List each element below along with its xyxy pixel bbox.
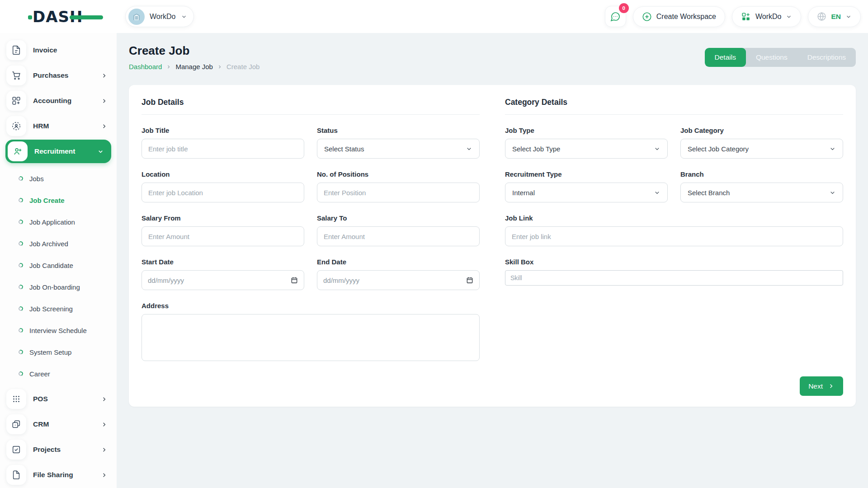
chat-bubble-icon [610, 11, 621, 22]
end-date-label: End Date [317, 258, 480, 266]
job-link-label: Job Link [505, 214, 843, 222]
sidebar-item-label: CRM [33, 420, 49, 428]
next-button[interactable]: Next [800, 376, 843, 396]
sidebar-subitem-system-setup[interactable]: System Setup [0, 341, 117, 363]
category-details-section: Category Details Job Type Select Job Typ… [505, 98, 843, 396]
sidebar-subitem-job-create[interactable]: Job Create [0, 189, 117, 211]
branch-select[interactable]: Select Branch [680, 183, 843, 202]
main-content: Create Job Dashboard Manage Job Create J… [117, 33, 868, 488]
bullet-icon [18, 284, 24, 290]
branch-label: Branch [680, 170, 843, 178]
top-bar: DASH WorkDo 0 [0, 0, 868, 33]
logo-dot [28, 15, 32, 19]
sidebar-item-pos[interactable]: POS [0, 386, 117, 412]
skill-input[interactable] [505, 270, 843, 286]
recruitment-icon [8, 141, 28, 161]
section-title: Job Details [142, 98, 480, 114]
address-textarea[interactable] [142, 314, 480, 361]
calendar-icon [291, 277, 298, 284]
location-input[interactable] [142, 183, 304, 202]
sidebar-subitem-job-onboarding[interactable]: Job On-boarding [0, 276, 117, 298]
sidebar-subitem-job-archived[interactable]: Job Archived [0, 233, 117, 254]
chevron-down-icon [654, 189, 660, 196]
logo-bar [70, 15, 103, 19]
create-workspace-button[interactable]: Create Workspace [633, 6, 725, 27]
chevron-down-icon [829, 189, 836, 196]
language-selector[interactable]: EN [808, 6, 861, 27]
sidebar-subitem-interview-schedule[interactable]: Interview Schedule [0, 319, 117, 341]
divider [142, 114, 480, 115]
bullet-icon [18, 349, 24, 355]
status-select[interactable]: Select Status [317, 139, 480, 159]
chevron-right-icon [101, 472, 108, 479]
workdo-grid-icon [741, 12, 751, 22]
breadcrumb-dashboard[interactable]: Dashboard [129, 63, 162, 70]
sidebar-subitem-job-application[interactable]: Job Application [0, 211, 117, 233]
section-title: Category Details [505, 98, 843, 114]
sidebar-item-label: Invoice [33, 46, 57, 54]
sidebar-item-purchases[interactable]: Purchases [0, 63, 117, 88]
app-logo: DASH [33, 7, 100, 27]
tab-details[interactable]: Details [705, 48, 746, 67]
sidebar-subitem-job-screening[interactable]: Job Screening [0, 298, 117, 319]
sidebar-item-crm[interactable]: CRM [0, 412, 117, 437]
page-header: Create Job Dashboard Manage Job Create J… [129, 44, 856, 70]
recruitment-type-label: Recruitment Type [505, 170, 668, 178]
projects-icon [6, 440, 26, 460]
chevron-right-icon [101, 98, 108, 104]
chevron-down-icon [181, 14, 187, 20]
messages-button[interactable]: 0 [605, 6, 626, 27]
sidebar: Invoice Purchases Accounting [0, 33, 117, 488]
sidebar-subitem-career[interactable]: Career [0, 363, 117, 385]
breadcrumb-current: Create Job [226, 63, 259, 70]
bullet-icon [18, 371, 24, 377]
bullet-icon [18, 197, 24, 203]
sidebar-item-projects[interactable]: Projects [0, 437, 117, 462]
page-title: Create Job [129, 44, 259, 58]
tab-descriptions[interactable]: Descriptions [797, 48, 856, 67]
status-label: Status [317, 127, 480, 134]
recruitment-type-select[interactable]: Internal [505, 183, 668, 202]
divider [505, 114, 843, 115]
chevron-down-icon [786, 14, 792, 20]
sidebar-item-file-sharing[interactable]: File Sharing [0, 462, 117, 488]
salary-to-input[interactable] [317, 226, 480, 246]
location-label: Location [142, 170, 304, 178]
sidebar-item-label: Accounting [33, 97, 71, 105]
create-workspace-label: Create Workspace [656, 13, 716, 21]
sidebar-item-accounting[interactable]: Accounting [0, 88, 117, 113]
positions-label: No. of Positions [317, 170, 480, 178]
job-type-select[interactable]: Select Job Type [505, 139, 668, 159]
sidebar-item-invoice[interactable]: Invoice [0, 38, 117, 63]
sidebar-subitem-job-candidate[interactable]: Job Candidate [0, 254, 117, 276]
tab-questions[interactable]: Questions [746, 48, 797, 67]
address-label: Address [142, 302, 480, 310]
end-date-input[interactable]: dd/mm/yyyy [317, 270, 480, 290]
sidebar-subitem-jobs[interactable]: Jobs [0, 168, 117, 189]
sidebar-item-recruitment[interactable]: Recruitment [5, 140, 111, 163]
chevron-right-icon [101, 421, 108, 428]
skill-box-label: Skill Box [505, 258, 843, 266]
messages-count-badge: 0 [619, 3, 629, 13]
job-title-input[interactable] [142, 139, 304, 159]
account-menu-label: WorkDo [755, 13, 782, 21]
workspace-switcher[interactable]: WorkDo [125, 6, 194, 27]
language-code: EN [831, 13, 841, 21]
hrm-icon [6, 116, 26, 136]
start-date-input[interactable]: dd/mm/yyyy [142, 270, 304, 290]
sidebar-item-label: POS [33, 395, 48, 403]
chevron-right-icon [101, 396, 108, 403]
job-link-input[interactable] [505, 226, 843, 246]
sidebar-item-hrm[interactable]: HRM [0, 113, 117, 139]
job-category-select[interactable]: Select Job Category [680, 139, 843, 159]
chevron-right-icon [101, 72, 108, 79]
salary-from-input[interactable] [142, 226, 304, 246]
positions-input[interactable] [317, 183, 480, 202]
topbar-actions: 0 Create Workspace WorkDo [605, 6, 861, 27]
bullet-icon [18, 241, 24, 247]
start-date-label: Start Date [142, 258, 304, 266]
breadcrumb-manage-job[interactable]: Manage Job [175, 63, 213, 70]
sidebar-item-label: Recruitment [34, 147, 75, 155]
account-menu-button[interactable]: WorkDo [732, 6, 802, 27]
sidebar-item-label: Purchases [33, 71, 68, 80]
